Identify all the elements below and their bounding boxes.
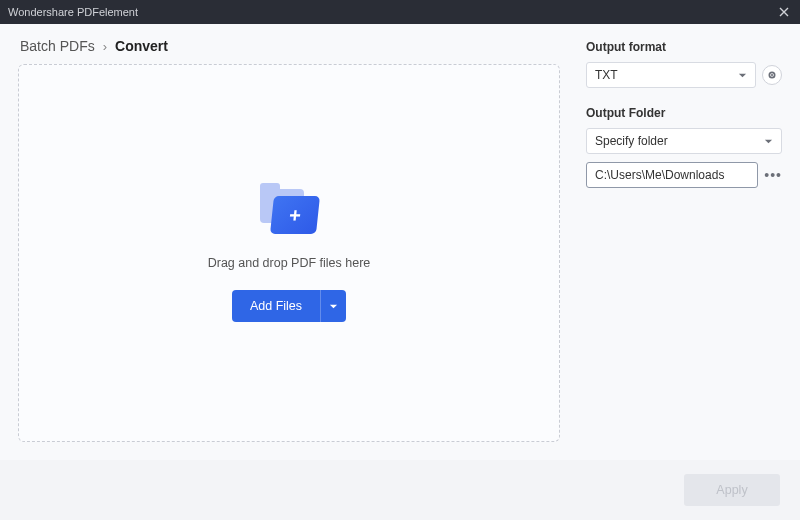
output-folder-mode-value: Specify folder bbox=[595, 134, 668, 148]
title-bar: Wondershare PDFelement bbox=[0, 0, 800, 24]
output-format-settings-button[interactable] bbox=[762, 65, 782, 85]
chevron-down-icon bbox=[329, 302, 338, 311]
close-icon bbox=[779, 7, 789, 17]
content-area: Batch PDFs › Convert + Drag and drop PDF… bbox=[0, 24, 800, 460]
breadcrumb-root[interactable]: Batch PDFs bbox=[20, 38, 95, 54]
output-folder-path-input[interactable] bbox=[586, 162, 758, 188]
right-pane: Output format TXT Output Folder Specify … bbox=[578, 24, 800, 460]
chevron-down-icon bbox=[738, 71, 747, 80]
gear-icon bbox=[767, 70, 777, 80]
footer-bar: Apply bbox=[0, 460, 800, 520]
dropzone-hint: Drag and drop PDF files here bbox=[208, 256, 371, 270]
ellipsis-icon: ••• bbox=[764, 167, 782, 183]
breadcrumb: Batch PDFs › Convert bbox=[18, 38, 560, 54]
close-button[interactable] bbox=[776, 4, 792, 20]
left-pane: Batch PDFs › Convert + Drag and drop PDF… bbox=[0, 24, 578, 460]
browse-folder-button[interactable]: ••• bbox=[764, 165, 782, 185]
breadcrumb-current: Convert bbox=[115, 38, 168, 54]
output-format-value: TXT bbox=[595, 68, 618, 82]
svg-point-1 bbox=[771, 74, 773, 76]
chevron-down-icon bbox=[764, 137, 773, 146]
output-folder-label: Output Folder bbox=[586, 106, 782, 120]
chevron-right-icon: › bbox=[103, 39, 107, 54]
add-files-dropdown[interactable] bbox=[320, 290, 346, 322]
app-title: Wondershare PDFelement bbox=[8, 6, 138, 18]
add-files-button[interactable]: Add Files bbox=[232, 290, 320, 322]
output-format-label: Output format bbox=[586, 40, 782, 54]
add-files-group: Add Files bbox=[232, 290, 346, 322]
folder-plus-icon: + bbox=[260, 184, 318, 234]
output-folder-mode-select[interactable]: Specify folder bbox=[586, 128, 782, 154]
apply-button[interactable]: Apply bbox=[684, 474, 780, 506]
file-dropzone[interactable]: + Drag and drop PDF files here Add Files bbox=[18, 64, 560, 442]
output-format-select[interactable]: TXT bbox=[586, 62, 756, 88]
